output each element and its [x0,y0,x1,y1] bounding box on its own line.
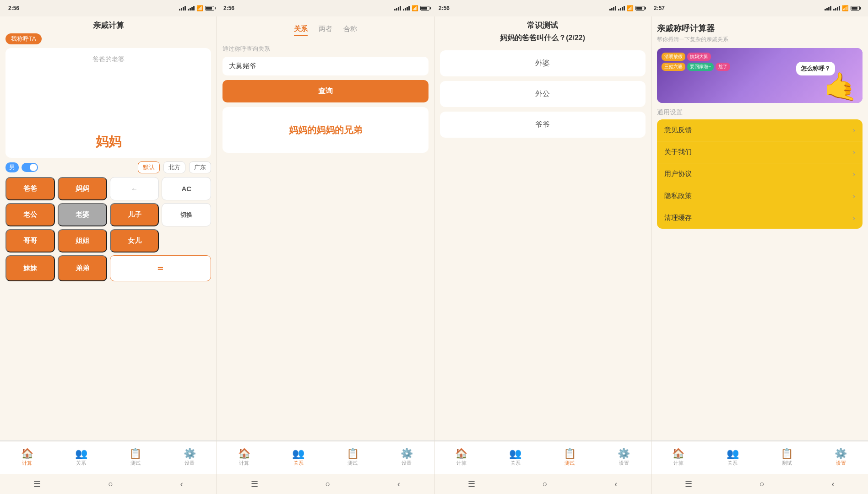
sys-home-2[interactable]: ○ [325,479,330,489]
sys-menu-2[interactable]: ☰ [251,479,258,489]
nav-test-4[interactable]: 📋 测试 [760,441,814,474]
home-icon-4: 🏠 [672,449,684,459]
nav-label-rel-3: 关系 [510,460,521,467]
key-didi[interactable]: 弟弟 [58,255,107,281]
people-icon-4: 👥 [727,449,739,459]
panel-relation: 关系 两者 合称 通过称呼查询关系 查询 妈妈的妈妈的兄弟 [217,16,434,440]
relation-top-label: 爸爸的老婆 [92,55,125,64]
panel2-content: 关系 两者 合称 通过称呼查询关系 查询 妈妈的妈妈的兄弟 [217,23,434,440]
nav-calc-2[interactable]: 🏠 计算 [217,441,271,474]
setting-terms-label: 用户协议 [664,170,692,178]
settings-banner: 清明放假 姨妈大舅 三姑六婆 要回家啦~ 尬了 怎么称呼？ 🤙 [657,48,863,103]
nav-rel-4[interactable]: 👥 关系 [705,441,760,474]
nav-rel-1[interactable]: 👥 关系 [54,441,108,474]
banner-tag-5: 尬了 [716,63,730,71]
nav-test-3[interactable]: 📋 测试 [542,441,597,474]
sys-back-2[interactable]: ‹ [397,479,400,489]
toggle-area[interactable]: 男 [5,162,38,172]
chevron-icon-4: › [853,192,855,200]
sys-home-4[interactable]: ○ [760,479,765,489]
relation-search-btn[interactable]: 查询 [222,80,428,102]
time-3: 2:56 [439,5,450,11]
tab-both[interactable]: 两者 [319,25,332,36]
relation-subtitle: 通过称呼查询关系 [222,45,428,53]
nav-seg-4: 🏠 计算 👥 关系 📋 测试 ⚙️ 设置 [651,441,868,474]
calculator-keyboard: 爸爸 妈妈 ← AC 老公 老婆 儿子 切换 哥哥 姐姐 女儿 妹妹 弟弟 ＝ [5,177,211,281]
dialect-btn-default[interactable]: 默认 [138,161,160,173]
nav-set-3[interactable]: ⚙️ 设置 [597,441,651,474]
key-backspace[interactable]: ← [110,177,159,200]
list-icon-2: 📋 [347,449,359,459]
key-baba[interactable]: 爸爸 [5,177,55,200]
nav-label-set-1: 设置 [184,460,195,467]
key-laogong[interactable]: 老公 [5,203,55,226]
settings-card: 意见反馈 › 关于我们 › 用户协议 › 隐私政策 › 清理缓存 › [657,119,863,229]
list-icon-1: 📋 [129,449,141,459]
time-4: 2:57 [654,5,665,11]
sys-home-3[interactable]: ○ [542,479,548,489]
dialect-btn-north[interactable]: 北方 [163,161,185,173]
chevron-icon-1: › [853,126,855,134]
settings-subtitle: 帮你捋清一下复杂的亲戚关系 [657,36,863,43]
sys-back-4[interactable]: ‹ [832,479,835,489]
key-switch[interactable]: 切换 [162,203,211,226]
nav-seg-1: 🏠 计算 👥 关系 📋 测试 ⚙️ 设置 [0,441,217,474]
nav-calc-1[interactable]: 🏠 计算 [0,441,54,474]
relation-card: 爸爸的老婆 妈妈 [5,48,211,158]
panel3-content: 妈妈的爸爸叫什么？(2/22) 外婆 外公 爷爷 [434,33,651,440]
status-seg-4: 2:57 📶 [649,5,864,11]
settings-section-title: 通用设置 [657,108,863,117]
key-nver[interactable]: 女儿 [110,229,159,252]
nav-rel-3[interactable]: 👥 关系 [488,441,542,474]
indicators-3: 📶 [609,5,645,11]
tab-relation[interactable]: 关系 [294,25,308,36]
banner-hand-icon: 🤙 [824,70,858,103]
nav-test-2[interactable]: 📋 测试 [326,441,380,474]
sys-back-1[interactable]: ‹ [180,479,183,489]
key-mama[interactable]: 妈妈 [58,177,107,200]
key-empty [162,229,211,252]
sys-nav-4: ☰ ○ ‹ [651,474,868,494]
setting-cache[interactable]: 清理缓存 › [657,207,863,229]
toggle-knob [30,164,37,171]
setting-privacy[interactable]: 隐私政策 › [657,185,863,207]
relation-search-input[interactable] [222,57,428,75]
key-gege[interactable]: 哥哥 [5,229,55,252]
nav-calc-3[interactable]: 🏠 计算 [434,441,488,474]
sys-menu-4[interactable]: ☰ [685,479,692,489]
quiz-option-2[interactable]: 外公 [440,81,646,107]
nav-label-test-2: 测试 [347,460,358,467]
sys-nav-2: ☰ ○ ‹ [217,474,434,494]
nav-rel-2[interactable]: 👥 关系 [271,441,326,474]
tab-combined[interactable]: 合称 [343,25,357,36]
status-seg-1: 2:56 📶 [4,5,219,11]
banner-tag-4: 要回家啦~ [687,63,714,71]
key-erzi[interactable]: 儿子 [110,203,159,226]
indicators-4: 📶 [825,5,860,11]
nav-label-set-3: 设置 [619,460,629,467]
panel-calculator: 亲戚计算 我称呼TA 爸爸的老婆 妈妈 男 默认 北方 广东 [0,16,217,440]
key-jiejie[interactable]: 姐姐 [58,229,107,252]
sys-menu-1[interactable]: ☰ [33,479,41,489]
nav-set-2[interactable]: ⚙️ 设置 [380,441,434,474]
key-equals[interactable]: ＝ [110,255,212,281]
nav-label-calc-3: 计算 [456,460,467,467]
key-laopo[interactable]: 老婆 [58,203,107,226]
setting-about[interactable]: 关于我们 › [657,141,863,163]
sys-nav-3: ☰ ○ ‹ [434,474,651,494]
setting-feedback[interactable]: 意见反馈 › [657,119,863,141]
nav-set-4[interactable]: ⚙️ 设置 [814,441,868,474]
key-meimei[interactable]: 妹妹 [5,255,55,281]
key-ac[interactable]: AC [162,177,211,200]
sys-menu-3[interactable]: ☰ [468,479,475,489]
nav-calc-4[interactable]: 🏠 计算 [651,441,705,474]
dialect-btn-guangdong[interactable]: 广东 [189,161,211,173]
quiz-option-3[interactable]: 爷爷 [440,112,646,138]
nav-set-1[interactable]: ⚙️ 设置 [163,441,217,474]
gender-toggle[interactable] [22,163,38,172]
nav-test-1[interactable]: 📋 测试 [108,441,163,474]
sys-home-1[interactable]: ○ [108,479,113,489]
sys-back-3[interactable]: ‹ [614,479,617,489]
setting-terms[interactable]: 用户协议 › [657,163,863,185]
quiz-option-1[interactable]: 外婆 [440,50,646,76]
